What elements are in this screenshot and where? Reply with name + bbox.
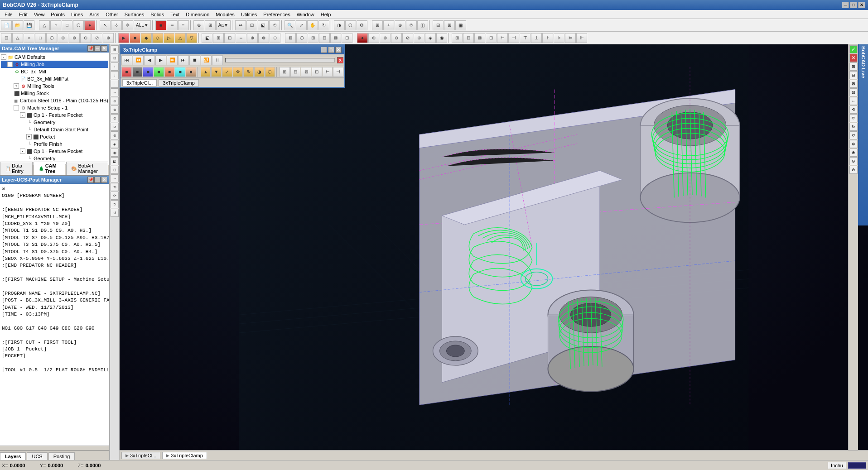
menu-points[interactable]: Points — [48, 11, 68, 18]
le-btn-3[interactable]: ↑ — [111, 62, 119, 71]
post9-btn[interactable]: ⊦ — [542, 33, 553, 43]
le-btn-12[interactable]: ◈ — [111, 140, 119, 148]
vt-top[interactable]: ■ — [164, 67, 175, 77]
merge-btn[interactable]: ⊞ — [444, 20, 455, 30]
le-btn-10[interactable]: ⊘ — [111, 123, 119, 131]
layer-pin[interactable]: 📌 — [87, 177, 94, 183]
playback-slider[interactable] — [225, 58, 335, 62]
op5-btn[interactable]: ⊕ — [247, 33, 258, 43]
popup-x-close[interactable]: X — [337, 57, 343, 63]
tree-profile-finish1[interactable]: └ Profile Finish — [1, 140, 108, 148]
post6-btn[interactable]: ⊣ — [508, 33, 519, 43]
linewidth-btn[interactable]: ≡ — [178, 20, 189, 30]
le-btn-14[interactable]: ⬕ — [111, 157, 119, 165]
tab-ucs[interactable]: UCS — [27, 452, 47, 460]
tree-milling-stock[interactable]: ⬛ Milling Stock — [1, 90, 108, 97]
le-btn-15[interactable]: ⊡ — [111, 166, 119, 174]
pan-btn[interactable]: ✋ — [307, 20, 318, 30]
expand-milling-tools[interactable]: + — [14, 83, 19, 89]
rt-cancel[interactable]: ✕ — [849, 54, 858, 62]
move-btn[interactable]: ✥ — [122, 20, 133, 30]
cam-tree-close[interactable]: ✕ — [101, 45, 107, 52]
font-btn[interactable]: Aa▼ — [216, 20, 231, 30]
le-btn-17[interactable]: ⟲ — [111, 183, 119, 191]
rt-7[interactable]: ↔ — [849, 97, 858, 105]
cam1-btn[interactable]: ▶ — [118, 33, 129, 43]
op1-btn[interactable]: ⬕ — [202, 33, 212, 43]
tb2-1[interactable]: ⊡ — [1, 33, 12, 43]
tb2-6[interactable]: ⊕ — [58, 33, 68, 43]
t5-btn[interactable]: ⊠ — [330, 33, 341, 43]
main-viewport[interactable]: BobCAD Live ✓ ✕ ⊞ ⊟ ⊠ ⊡ ↔ ⟲ ⟳ ↻ ↺ ⊕ ⊗ ⊙ … — [120, 44, 868, 450]
tree-bc-mill[interactable]: ⚙ BC_3x_Mill — [1, 68, 108, 75]
t4-btn[interactable]: ⊟ — [319, 33, 330, 43]
tool5-btn[interactable]: ● — [84, 20, 95, 30]
le-btn-8[interactable]: ⊗ — [111, 106, 119, 114]
expand-pocket1[interactable]: + — [26, 134, 32, 139]
post10-btn[interactable]: ⊧ — [554, 33, 564, 43]
vt-rotate2[interactable]: ↻ — [243, 67, 254, 77]
rect-btn[interactable]: □ — [62, 20, 72, 30]
rotate-btn[interactable]: ↻ — [318, 20, 329, 30]
verify4-btn[interactable]: ⊙ — [391, 33, 402, 43]
all-btn[interactable]: ALL▼ — [134, 20, 151, 30]
rt-15[interactable]: ⊘ — [849, 166, 858, 174]
nc-horizontal-scroll[interactable] — [0, 446, 109, 450]
zoom-ext-btn[interactable]: ⤢ — [296, 20, 307, 30]
tb2-9[interactable]: ⊘ — [92, 33, 102, 43]
cam-tree-min[interactable]: ─ — [94, 45, 101, 52]
circle-btn[interactable]: ○ — [50, 20, 61, 30]
extrude-btn[interactable]: ▣ — [455, 20, 466, 30]
tab-cam-tree[interactable]: 🌲 CAM Tree — [34, 162, 66, 175]
vt-op1[interactable]: ⊞ — [280, 67, 290, 77]
post4-btn[interactable]: ⊡ — [486, 33, 497, 43]
rt-4[interactable]: ⊟ — [849, 71, 858, 79]
vt-op4[interactable]: ⊡ — [312, 67, 322, 77]
t6-btn[interactable]: ⊡ — [342, 33, 352, 43]
cam7-btn[interactable]: ▽ — [186, 33, 197, 43]
tools12-btn[interactable]: ⟳ — [406, 20, 417, 30]
popup-maximize[interactable]: □ — [328, 47, 334, 53]
op4-btn[interactable]: ↔ — [236, 33, 246, 43]
play-back[interactable]: ◀ — [144, 55, 155, 65]
tab-data-entry[interactable]: 📋 Data Entry — [0, 162, 33, 175]
vt-op5[interactable]: ⊢ — [323, 67, 333, 77]
verify2-btn[interactable]: ⊕ — [368, 33, 379, 43]
menu-edit[interactable]: Edit — [16, 11, 30, 18]
expand-op1-p2[interactable]: - — [20, 149, 25, 154]
tree-op1-pocket2[interactable]: - ⬛ Op 1 - Feature Pocket — [1, 148, 108, 155]
menu-utilities[interactable]: Utilities — [238, 11, 260, 18]
tree-machine-setup[interactable]: - ⚙ Machine Setup - 1 — [1, 104, 108, 111]
popup-tab-1[interactable]: 3xTripleCl... — [122, 79, 157, 86]
view4-btn[interactable]: ⟲ — [269, 20, 280, 30]
rt-13[interactable]: ⊗ — [849, 149, 858, 157]
tb2-5[interactable]: ⬡ — [46, 33, 57, 43]
tools13-btn[interactable]: ◫ — [417, 20, 428, 30]
tb2-3[interactable]: ○ — [24, 33, 34, 43]
menu-file[interactable]: File — [2, 11, 15, 18]
vt-bottom[interactable]: ■ — [175, 67, 185, 77]
viewport-tab-2[interactable]: ▶ 3xTripleClamp — [162, 452, 207, 459]
post2-btn[interactable]: ⊟ — [463, 33, 474, 43]
view3-btn[interactable]: ⬕ — [258, 20, 269, 30]
popup-close[interactable]: ✕ — [335, 47, 342, 53]
vt-front[interactable]: ■ — [121, 67, 132, 77]
le-btn-6[interactable]: → — [111, 88, 119, 96]
le-btn-20[interactable]: ↺ — [111, 209, 119, 217]
vt-zoom-ext2[interactable]: ⤢ — [222, 67, 232, 77]
tree-pocket1[interactable]: + ⬛ Pocket — [1, 133, 108, 140]
bobcad-live-panel[interactable]: BobCAD Live — [858, 44, 868, 225]
menu-help[interactable]: Help — [318, 11, 334, 18]
tool4-btn[interactable]: ⬡ — [73, 20, 84, 30]
play-fwd[interactable]: ▶ — [155, 55, 166, 65]
new-btn[interactable]: 📄 — [1, 20, 12, 30]
grid-btn[interactable]: ⊞ — [205, 20, 216, 30]
play-next[interactable]: ⏩ — [167, 55, 178, 65]
rt-8[interactable]: ⟲ — [849, 106, 858, 114]
play-loop[interactable]: 🔁 — [201, 55, 212, 65]
verify3-btn[interactable]: ⊗ — [380, 33, 391, 43]
view2-btn[interactable]: ⊡ — [246, 20, 257, 30]
expand-machine-setup[interactable]: - — [14, 105, 19, 110]
op7-btn[interactable]: ⊙ — [270, 33, 280, 43]
menu-surfaces[interactable]: Surfaces — [122, 11, 147, 18]
